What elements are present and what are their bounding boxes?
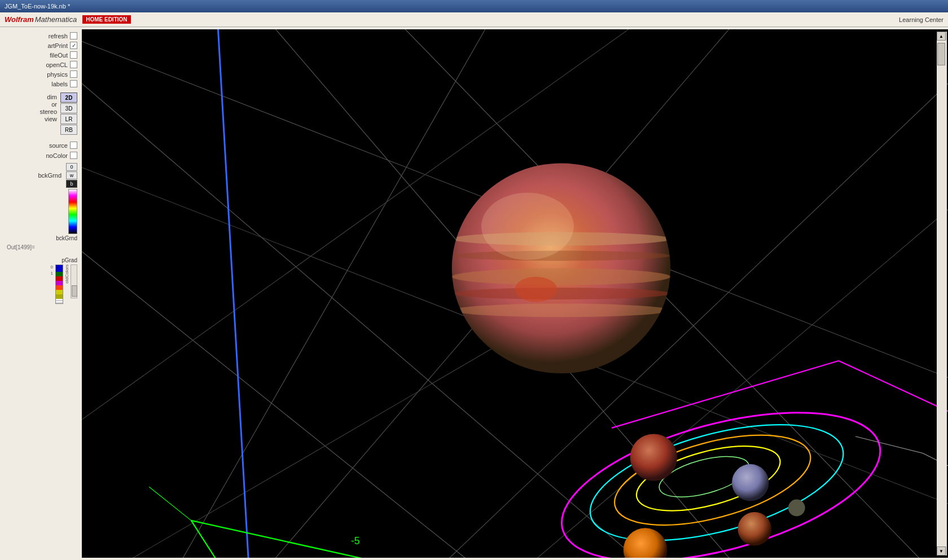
- svg-point-36: [788, 500, 805, 517]
- opencl-row: openCL: [2, 60, 80, 69]
- artprint-label: artPrint: [37, 42, 68, 49]
- mathematica-text: Mathematica: [35, 15, 77, 24]
- opencl-checkbox[interactable]: [70, 61, 77, 68]
- dim-lr-button[interactable]: LR: [60, 114, 77, 124]
- bckgrnd-label: bckGrnd: [38, 172, 62, 179]
- svg-point-33: [630, 434, 677, 480]
- artprint-checkbox[interactable]: [70, 42, 77, 49]
- pgrad-green-dark: [56, 272, 63, 276]
- out-label-container: Out[1499]=: [2, 242, 80, 252]
- bckgrnd-section: bckGrnd 0 w b bckGrnd: [2, 163, 80, 241]
- labels-label: labels: [37, 81, 68, 87]
- fileout-checkbox[interactable]: [70, 51, 77, 59]
- refresh-checkbox[interactable]: [70, 32, 77, 39]
- home-edition-badge: HOME EDITION: [82, 15, 130, 24]
- pgrad-scrollbar[interactable]: [71, 264, 77, 298]
- fileout-label: fileOut: [37, 52, 68, 59]
- pgrad-white-dots: [56, 299, 63, 303]
- bck-b-button[interactable]: b: [66, 180, 77, 188]
- nocolor-label: noColor: [37, 152, 68, 159]
- dim-label: dim: [34, 94, 57, 100]
- nocolor-row: noColor: [2, 151, 80, 160]
- pgrad-magenta: [56, 281, 63, 285]
- scroll-track[interactable]: [937, 41, 947, 546]
- refresh-label: refresh: [37, 33, 68, 39]
- svg-point-27: [481, 193, 574, 260]
- wolfram-logo: Wolfram: [5, 15, 34, 24]
- title-text: JGM_ToE-now-19k.nb *: [5, 3, 70, 10]
- opencl-label: openCL: [37, 61, 68, 68]
- pgrad-blue: [56, 265, 63, 272]
- svg-point-26: [515, 277, 558, 302]
- menu-bar: Wolfram Mathematica HOME EDITION Learnin…: [0, 12, 948, 27]
- nocolor-checkbox[interactable]: [70, 152, 77, 159]
- learning-center-link[interactable]: Learning Center: [899, 16, 943, 23]
- stereo-label: stereo: [34, 108, 57, 115]
- scroll-thumb[interactable]: [937, 43, 945, 65]
- dim-buttons: 2D 3D LR RB: [60, 92, 77, 135]
- view-label: view: [34, 116, 57, 122]
- out-label: Out[1499]=: [5, 244, 35, 250]
- pgrad-yellow2: [56, 294, 63, 299]
- title-bar: JGM_ToE-now-19k.nb *: [0, 0, 948, 12]
- viz-container[interactable]: -5 0: [82, 29, 948, 558]
- pgrad-label: pGrad: [62, 257, 77, 263]
- source-row: source: [2, 140, 80, 150]
- physics-checkbox[interactable]: [70, 70, 77, 78]
- or-label: or: [34, 101, 57, 108]
- svg-point-34: [732, 464, 769, 501]
- scroll-down-button[interactable]: ▼: [937, 546, 946, 555]
- fileout-row: fileOut: [2, 51, 80, 59]
- bckgrnd-label2: bckGrnd: [56, 235, 77, 241]
- space-visualization: -5 0: [82, 29, 948, 558]
- svg-point-23: [452, 268, 670, 285]
- main-content: refresh artPrint fileOut openCL physics …: [0, 27, 948, 560]
- pgrad-section: pGrad 0 1 oldColors: [2, 257, 80, 304]
- right-panel: -5 0: [82, 27, 948, 560]
- dim-3d-button[interactable]: 3D: [60, 103, 77, 113]
- left-panel: refresh artPrint fileOut openCL physics …: [0, 27, 82, 560]
- svg-point-35: [738, 512, 771, 546]
- svg-text:-5: -5: [351, 535, 360, 546]
- refresh-row: refresh: [2, 32, 80, 40]
- dim-section: dim or stereo view 2D 3D LR RB: [2, 92, 80, 135]
- physics-row: physics: [2, 70, 80, 78]
- source-label: source: [37, 142, 68, 149]
- color-gradient-bar: [68, 189, 77, 234]
- svg-point-25: [452, 303, 670, 317]
- vertical-scrollbar[interactable]: ▲ ▼: [937, 32, 947, 555]
- pgrad-red: [56, 276, 63, 281]
- bck-w-button[interactable]: w: [66, 171, 77, 179]
- scroll-up-button[interactable]: ▲: [937, 32, 946, 41]
- labels-checkbox[interactable]: [70, 80, 77, 87]
- source-checkbox[interactable]: [70, 142, 77, 149]
- physics-label: physics: [37, 71, 68, 78]
- pgrad-1-label: 1: [51, 271, 53, 276]
- pgrad-0-label: 0: [51, 264, 53, 270]
- svg-point-22: [452, 250, 670, 261]
- old-colors-label: oldColors: [64, 264, 69, 284]
- svg-point-24: [452, 288, 670, 299]
- artprint-row: artPrint: [2, 41, 80, 50]
- labels-row: labels: [2, 80, 80, 88]
- dim-2d-button[interactable]: 2D: [60, 92, 77, 103]
- pgrad-red2: [56, 285, 63, 290]
- bck-0-button[interactable]: 0: [66, 163, 77, 171]
- dim-rb-button[interactable]: RB: [60, 125, 77, 135]
- pgrad-yellow: [56, 290, 63, 294]
